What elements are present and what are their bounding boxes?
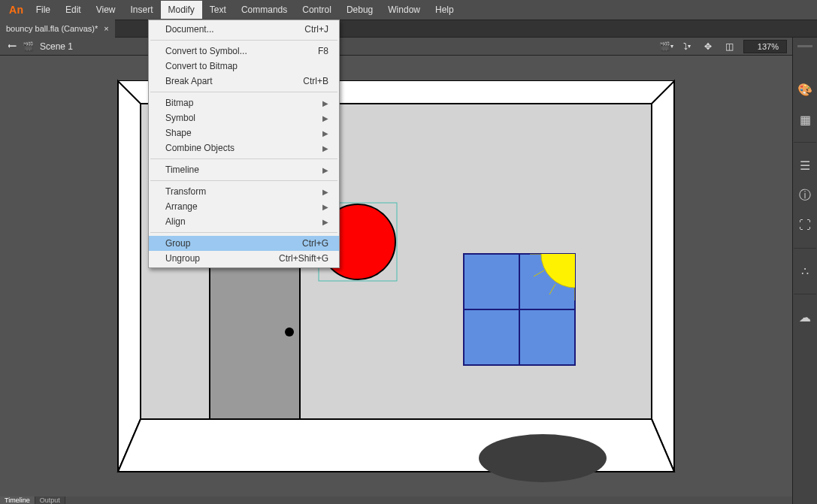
menu-item-label: Ungroup xyxy=(165,253,279,264)
swatches-icon[interactable]: ▦ xyxy=(797,112,812,127)
menu-item-break-apart[interactable]: Break ApartCtrl+B xyxy=(149,74,339,89)
menu-item-label: Convert to Bitmap xyxy=(165,61,328,71)
submenu-arrow-icon: ▶ xyxy=(322,129,328,137)
submenu-arrow-icon: ▶ xyxy=(322,114,328,122)
menu-separator xyxy=(150,92,337,92)
menu-item-group[interactable]: GroupCtrl+G xyxy=(149,236,339,251)
menu-modify[interactable]: Modify xyxy=(161,1,202,19)
svg-marker-3 xyxy=(118,81,141,472)
tab-name: bouncy ball.fla (Canvas)* xyxy=(6,24,98,33)
scene-name[interactable]: Scene 1 xyxy=(40,41,73,52)
menu-control[interactable]: Control xyxy=(295,1,339,19)
menu-file[interactable]: File xyxy=(29,1,58,19)
bottom-tab-timeline[interactable]: Timeline xyxy=(0,496,35,504)
menu-item-label: Timeline xyxy=(165,164,322,175)
tabbar: bouncy ball.fla (Canvas)* × xyxy=(0,20,817,38)
clapper-menu-icon[interactable]: 🎬▾ xyxy=(659,40,673,53)
menu-item-label: Break Apart xyxy=(165,76,303,86)
info-icon[interactable]: ⓘ xyxy=(797,188,812,203)
menu-shortcut: Ctrl+B xyxy=(303,76,328,86)
menu-item-timeline[interactable]: Timeline▶ xyxy=(149,162,339,177)
menu-separator xyxy=(150,40,337,41)
menu-window[interactable]: Window xyxy=(380,1,428,19)
workspace xyxy=(0,56,792,496)
menu-item-label: Bitmap xyxy=(165,98,322,108)
cc-libs-icon[interactable]: ☁ xyxy=(797,309,812,324)
scene-clapper-icon: 🎬 xyxy=(23,41,34,52)
menu-item-shape[interactable]: Shape▶ xyxy=(149,125,339,140)
submenu-arrow-icon: ▶ xyxy=(322,166,328,174)
menu-item-convert-to-symbol[interactable]: Convert to Symbol...F8 xyxy=(149,44,339,59)
hand-rotate-icon[interactable]: ⤵▾ xyxy=(680,40,694,53)
scene-bar: 🠔 🎬 Scene 1 🎬▾ ⤵▾ ✥ ◫ 137% ▾ xyxy=(0,38,817,56)
menu-item-transform[interactable]: Transform▶ xyxy=(149,184,339,199)
submenu-arrow-icon: ▶ xyxy=(322,188,328,196)
bottom-tabs: Timeline Output xyxy=(0,496,65,504)
submenu-arrow-icon: ▶ xyxy=(322,99,328,107)
menu-separator xyxy=(150,180,337,181)
palette-icon[interactable]: 🎨 xyxy=(797,82,812,97)
menu-insert[interactable]: Insert xyxy=(123,1,161,19)
document-tab[interactable]: bouncy ball.fla (Canvas)* × xyxy=(0,20,115,38)
menu-edit[interactable]: Edit xyxy=(58,1,89,19)
menu-item-convert-to-bitmap[interactable]: Convert to Bitmap xyxy=(149,59,339,74)
right-dock: 🎨 ▦ ☰ ⓘ ⛶ ∴ ☁ xyxy=(792,38,817,504)
brushes-icon[interactable]: ∴ xyxy=(797,264,812,279)
menu-item-bitmap[interactable]: Bitmap▶ xyxy=(149,95,339,110)
menu-item-document[interactable]: Document...Ctrl+J xyxy=(149,22,339,37)
submenu-arrow-icon: ▶ xyxy=(322,218,328,226)
menu-item-label: Symbol xyxy=(165,113,322,123)
menu-shortcut: Ctrl+G xyxy=(302,238,328,249)
svg-point-7 xyxy=(479,434,607,482)
zoom-value[interactable]: 137% xyxy=(743,40,787,53)
menu-items: FileEditViewInsertModifyTextCommandsCont… xyxy=(29,1,461,19)
menu-item-ungroup[interactable]: UngroupCtrl+Shift+G xyxy=(149,251,339,266)
clip-icon[interactable]: ◫ xyxy=(722,40,736,53)
menu-item-label: Arrange xyxy=(165,201,322,212)
submenu-arrow-icon: ▶ xyxy=(322,203,328,211)
app-logo: An xyxy=(5,4,29,16)
menu-item-combine-objects[interactable]: Combine Objects▶ xyxy=(149,140,339,155)
menu-item-symbol[interactable]: Symbol▶ xyxy=(149,110,339,125)
menu-item-label: Transform xyxy=(165,186,322,197)
menu-item-align[interactable]: Align▶ xyxy=(149,214,339,229)
align-panel-icon[interactable]: ☰ xyxy=(797,158,812,173)
menu-debug[interactable]: Debug xyxy=(339,1,380,19)
menu-shortcut: F8 xyxy=(318,46,328,56)
menu-item-label: Align xyxy=(165,216,322,227)
bottom-tab-output[interactable]: Output xyxy=(35,496,65,504)
menu-item-label: Document... xyxy=(165,24,304,35)
svg-point-9 xyxy=(285,327,294,337)
modify-dropdown: Document...Ctrl+JConvert to Symbol...F8C… xyxy=(148,20,340,268)
center-icon[interactable]: ✥ xyxy=(701,40,715,53)
menu-shortcut: Ctrl+Shift+G xyxy=(279,253,328,264)
menu-separator xyxy=(150,158,337,159)
menu-item-label: Convert to Symbol... xyxy=(165,46,318,56)
scene-tools: 🎬▾ ⤵▾ ✥ ◫ 137% ▾ xyxy=(659,39,809,54)
menu-view[interactable]: View xyxy=(89,1,123,19)
menu-separator xyxy=(150,232,337,233)
dock-handle[interactable] xyxy=(797,45,812,47)
menu-text[interactable]: Text xyxy=(202,1,234,19)
menu-shortcut: Ctrl+J xyxy=(304,24,328,35)
svg-marker-4 xyxy=(652,81,674,472)
menu-item-arrange[interactable]: Arrange▶ xyxy=(149,199,339,214)
back-arrow-icon[interactable]: 🠔 xyxy=(8,41,17,52)
menu-commands[interactable]: Commands xyxy=(234,1,295,19)
transform-icon[interactable]: ⛶ xyxy=(797,218,812,233)
menu-help[interactable]: Help xyxy=(428,1,461,19)
submenu-arrow-icon: ▶ xyxy=(322,144,328,152)
menu-item-label: Combine Objects xyxy=(165,143,322,153)
menu-item-label: Shape xyxy=(165,128,322,138)
close-icon[interactable]: × xyxy=(104,24,108,33)
menu-item-label: Group xyxy=(165,238,302,249)
menubar: An FileEditViewInsertModifyTextCommandsC… xyxy=(0,0,817,20)
